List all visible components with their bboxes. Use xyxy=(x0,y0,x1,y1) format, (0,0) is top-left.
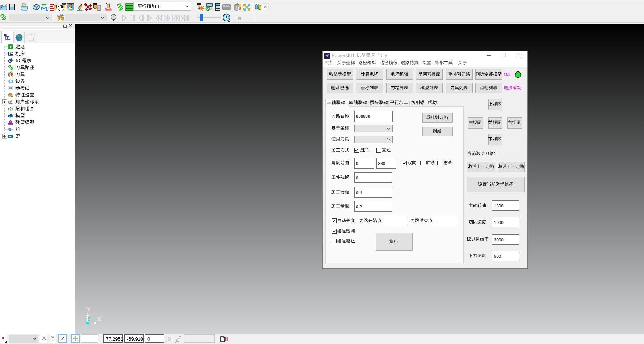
svg-text:X: X xyxy=(97,316,101,322)
svg-text:z: z xyxy=(166,340,168,342)
svg-text:Y: Y xyxy=(87,306,90,312)
